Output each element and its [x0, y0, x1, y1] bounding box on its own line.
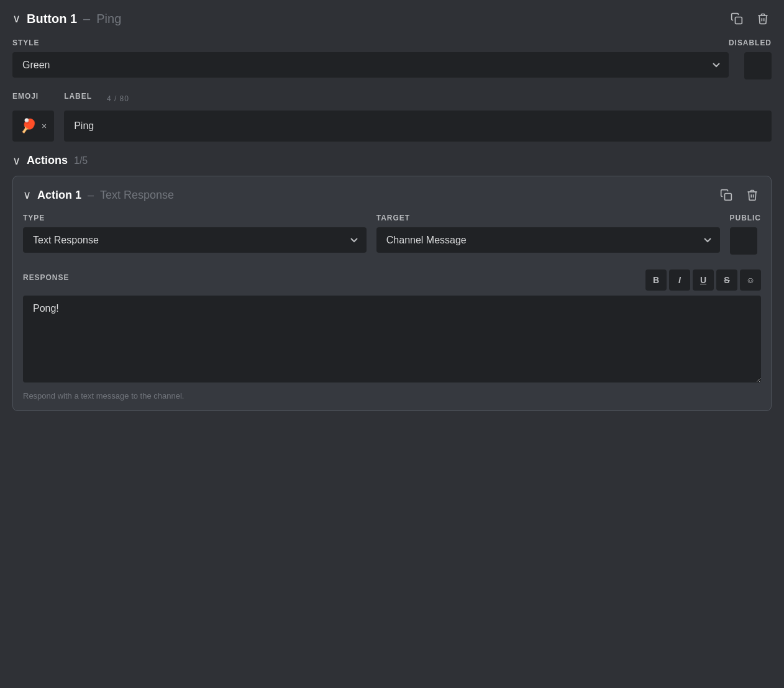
label-count: 4 / 80	[107, 94, 129, 103]
type-label: TYPE	[23, 214, 367, 222]
emoji-label: EMOJI	[12, 92, 39, 101]
header-separator: –	[83, 12, 90, 26]
style-label: STYLE	[12, 38, 729, 47]
panel: ∨ Button 1 – Ping	[0, 0, 784, 421]
svg-rect-1	[725, 194, 732, 201]
target-col: TARGET Channel Message	[376, 214, 720, 253]
action-card: ∨ Action 1 – Text Response	[12, 176, 772, 411]
type-col: TYPE Text Response	[23, 214, 367, 253]
label-label: LABEL	[64, 92, 92, 101]
header-actions	[728, 10, 772, 27]
emoji-picker-button[interactable]: 🏓 ×	[12, 111, 54, 142]
public-checkbox[interactable]	[730, 227, 757, 255]
style-row: STYLE Green DISABLED	[12, 38, 772, 79]
emoji-button[interactable]: ☺	[740, 269, 761, 291]
public-label: PUBLIC	[730, 214, 761, 222]
disabled-label: DISABLED	[729, 38, 772, 47]
underline-button[interactable]: U	[693, 269, 714, 291]
style-select[interactable]: Green	[12, 52, 729, 78]
emoji-display: 🏓	[20, 118, 37, 134]
italic-button[interactable]: I	[669, 269, 690, 291]
copy-button[interactable]	[728, 10, 745, 27]
svg-rect-0	[736, 17, 742, 24]
target-select[interactable]: Channel Message	[376, 227, 720, 253]
action-chevron-icon[interactable]: ∨	[23, 189, 31, 201]
response-help-text: Respond with a text message to the chann…	[23, 391, 761, 401]
style-col: STYLE Green	[12, 38, 729, 78]
label-section: LABEL 4 / 80	[64, 92, 772, 142]
button-ping-label: Ping	[96, 12, 121, 26]
action-card-left: ∨ Action 1 – Text Response	[23, 189, 174, 202]
button-header: ∨ Button 1 – Ping	[12, 10, 772, 27]
action-copy-button[interactable]	[718, 186, 735, 204]
actions-chevron-icon[interactable]: ∨	[12, 155, 21, 166]
public-col: PUBLIC	[730, 214, 761, 257]
emoji-header: EMOJI	[12, 92, 54, 106]
emoji-section: EMOJI 🏓 ×	[12, 92, 54, 142]
bold-button[interactable]: B	[645, 269, 667, 291]
response-section: RESPONSE B I U S ☺ Pong!	[23, 269, 761, 385]
actions-header: ∨ Actions 1/5	[12, 154, 772, 167]
actions-title: Actions	[27, 154, 68, 167]
type-select[interactable]: Text Response	[23, 227, 367, 253]
label-header: LABEL 4 / 80	[64, 92, 772, 106]
action-card-actions	[718, 186, 761, 204]
type-target-public-row: TYPE Text Response TARGET Channel Messag…	[23, 214, 761, 257]
action-separator: –	[88, 189, 94, 202]
target-label: TARGET	[376, 214, 720, 222]
disabled-checkbox[interactable]	[744, 52, 772, 79]
action-card-header: ∨ Action 1 – Text Response	[23, 186, 761, 204]
disabled-col: DISABLED	[729, 38, 772, 79]
action-subtitle: Text Response	[100, 189, 174, 202]
response-label: RESPONSE	[23, 273, 69, 282]
response-header: RESPONSE B I U S ☺	[23, 269, 761, 291]
button-title: Button 1	[27, 12, 77, 26]
header-left: ∨ Button 1 – Ping	[12, 12, 121, 26]
action-title: Action 1	[37, 189, 81, 202]
actions-count: 1/5	[74, 155, 88, 166]
delete-button[interactable]	[754, 10, 772, 27]
format-buttons: B I U S ☺	[645, 269, 761, 291]
emoji-label-row: EMOJI 🏓 × LABEL 4 / 80	[12, 92, 772, 142]
emoji-remove-icon[interactable]: ×	[42, 121, 47, 131]
action-delete-button[interactable]	[744, 186, 761, 204]
strikethrough-button[interactable]: S	[716, 269, 737, 291]
response-textarea[interactable]: Pong!	[23, 296, 761, 382]
label-input[interactable]	[64, 111, 772, 142]
button-chevron-icon[interactable]: ∨	[12, 13, 21, 24]
